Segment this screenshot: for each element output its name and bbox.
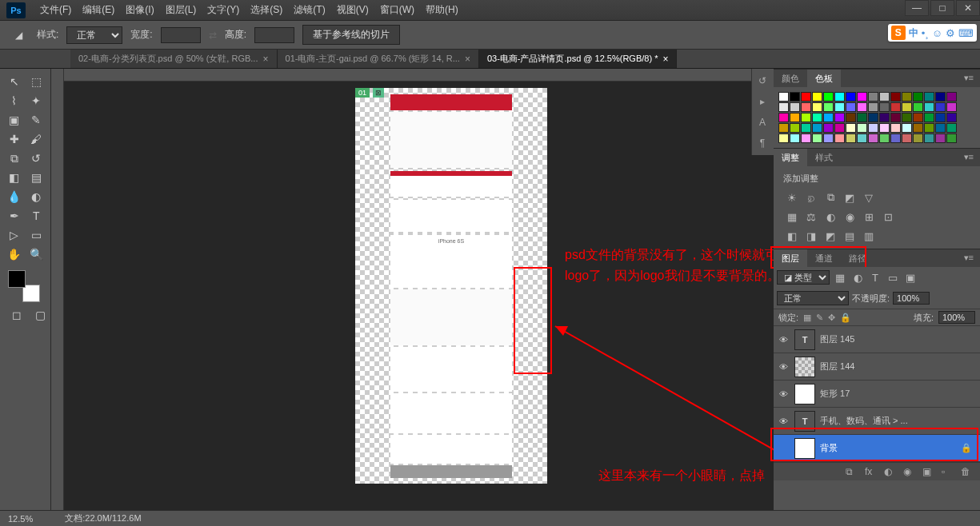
menu-type[interactable]: 文字(Y): [204, 2, 242, 18]
width-input[interactable]: [161, 27, 201, 43]
color-swatch[interactable]: [868, 133, 878, 143]
color-swatch[interactable]: [935, 133, 946, 143]
quickmask-icon[interactable]: ◻: [10, 305, 24, 325]
tab-styles[interactable]: 样式: [807, 149, 841, 166]
color-swatch[interactable]: [834, 123, 845, 133]
ime-bar[interactable]: S 中 •¸ ☺ ⚙ ⌨: [888, 24, 977, 42]
color-swatch[interactable]: [879, 123, 890, 133]
layer-item[interactable]: 👁矩形 17: [774, 381, 980, 408]
tab-color[interactable]: 颜色: [774, 70, 807, 87]
color-swatch[interactable]: [812, 102, 822, 112]
gradient-tool[interactable]: ▤: [26, 168, 48, 187]
color-swatch[interactable]: [857, 133, 867, 143]
color-swatch[interactable]: [902, 133, 912, 143]
photo-filter-icon[interactable]: ◉: [842, 210, 857, 223]
color-swatch[interactable]: [790, 102, 800, 112]
foreground-swatch[interactable]: [8, 270, 26, 288]
color-swatch[interactable]: [846, 113, 856, 122]
menu-window[interactable]: 窗口(W): [377, 2, 418, 18]
tab-adjust[interactable]: 调整: [774, 149, 807, 166]
layer-name[interactable]: 图层 145: [820, 333, 854, 345]
menu-select[interactable]: 选择(S): [247, 2, 286, 18]
bw-icon[interactable]: ◐: [823, 210, 838, 223]
color-swatch[interactable]: [913, 133, 923, 143]
char-icon[interactable]: A: [754, 114, 771, 131]
menu-image[interactable]: 图像(I): [122, 2, 157, 18]
window-maximize[interactable]: □: [930, 0, 954, 16]
color-swatch[interactable]: [868, 102, 878, 112]
blur-tool[interactable]: 💧: [3, 187, 26, 206]
menu-edit[interactable]: 编辑(E): [79, 2, 118, 18]
color-swatch[interactable]: [890, 92, 901, 102]
color-swatch[interactable]: [834, 133, 845, 143]
color-swatch[interactable]: [846, 133, 856, 143]
ime-icon-1[interactable]: •¸: [922, 27, 929, 39]
path-select-tool[interactable]: ▷: [3, 225, 26, 245]
lock-pos-icon[interactable]: ✥: [828, 313, 835, 323]
color-swatch[interactable]: [924, 113, 934, 122]
visibility-eye-icon[interactable]: 👁: [777, 362, 790, 372]
color-swatch[interactable]: [857, 123, 867, 133]
filter-pixel-icon[interactable]: ▦: [833, 271, 847, 284]
vibrance-icon[interactable]: ▽: [862, 191, 876, 204]
layer-name[interactable]: 矩形 17: [820, 388, 850, 400]
style-select[interactable]: 正常: [66, 26, 122, 44]
layer-name[interactable]: 图层 144: [820, 361, 854, 373]
gradmap-icon[interactable]: ▤: [842, 229, 857, 242]
blend-select[interactable]: 正常: [777, 291, 849, 305]
mixer-icon[interactable]: ⊞: [862, 210, 876, 223]
visibility-eye-icon[interactable]: 👁: [777, 389, 790, 399]
brush-tool[interactable]: 🖌: [26, 130, 48, 149]
marquee-tool[interactable]: ⬚: [26, 72, 48, 91]
healing-tool[interactable]: ✚: [3, 130, 26, 149]
color-swatch[interactable]: [890, 123, 901, 133]
mask-icon[interactable]: ◐: [884, 466, 897, 477]
color-swatch[interactable]: [879, 133, 890, 143]
color-swatch[interactable]: [946, 92, 957, 102]
color-swatch[interactable]: [857, 113, 867, 122]
color-swatch[interactable]: [890, 113, 901, 122]
color-swatch[interactable]: [924, 92, 934, 102]
window-minimize[interactable]: —: [905, 0, 929, 16]
brightness-icon[interactable]: ☀: [785, 191, 799, 204]
color-swatch[interactable]: [902, 123, 912, 133]
color-swatch[interactable]: [946, 123, 957, 133]
color-swatch[interactable]: [924, 133, 934, 143]
fx-icon[interactable]: fx: [865, 466, 878, 477]
menu-filter[interactable]: 滤镜(T): [290, 2, 328, 18]
menu-help[interactable]: 帮助(H): [422, 2, 462, 18]
color-swatch[interactable]: [801, 123, 811, 133]
dodge-tool[interactable]: ◐: [26, 187, 48, 206]
layer-name[interactable]: 手机、数码、通讯 > ...: [820, 415, 908, 427]
visibility-eye-icon[interactable]: 👁: [777, 335, 790, 345]
color-swatch[interactable]: [778, 92, 789, 102]
zoom-level[interactable]: 12.5%: [8, 514, 33, 524]
panel-menu-icon[interactable]: ▾≡: [958, 149, 980, 166]
color-swatch[interactable]: [801, 113, 811, 122]
color-swatch[interactable]: [890, 133, 901, 143]
hand-tool[interactable]: ✋: [3, 245, 26, 264]
doc-tab-2[interactable]: 01-电商-主页-gai.psd @ 66.7% (矩形 14, R...×: [278, 50, 479, 68]
color-swatch[interactable]: [868, 123, 878, 133]
filter-adjust-icon[interactable]: ◐: [850, 271, 865, 284]
color-swatch[interactable]: [902, 113, 912, 122]
color-swatch[interactable]: [935, 92, 946, 102]
color-swatch[interactable]: [913, 113, 923, 122]
color-swatch[interactable]: [946, 133, 957, 143]
ime-icon-2[interactable]: ☺: [932, 27, 942, 39]
threshold-icon[interactable]: ◩: [823, 229, 838, 242]
color-swatch[interactable]: [790, 113, 800, 122]
selective-icon[interactable]: ▥: [862, 229, 876, 242]
filter-smart-icon[interactable]: ▣: [903, 271, 918, 284]
window-close[interactable]: ✕: [956, 0, 980, 16]
invert-icon[interactable]: ◧: [785, 229, 799, 242]
ruler-horizontal[interactable]: [64, 69, 774, 82]
filter-type-icon[interactable]: T: [868, 271, 882, 284]
color-swatch[interactable]: [868, 92, 878, 102]
lasso-tool[interactable]: ⌇: [3, 91, 26, 110]
color-swatch[interactable]: [812, 113, 822, 122]
new-layer-icon[interactable]: ▫: [942, 466, 954, 477]
opacity-input[interactable]: [893, 292, 930, 305]
color-swatch[interactable]: [935, 113, 946, 122]
color-swatch[interactable]: [890, 102, 901, 112]
